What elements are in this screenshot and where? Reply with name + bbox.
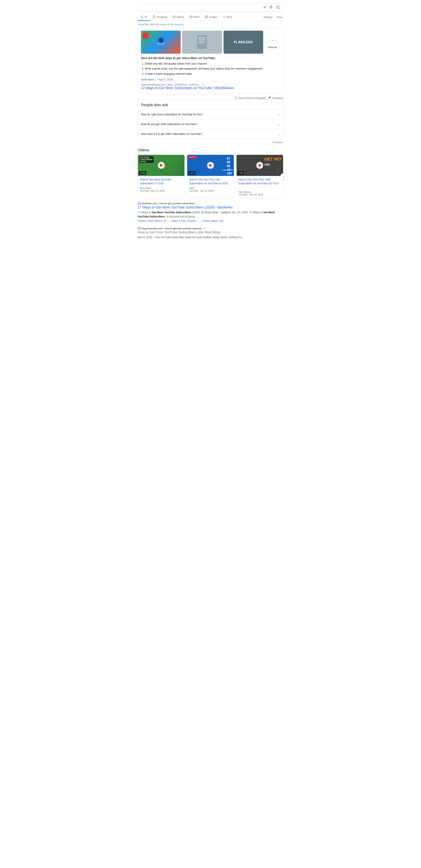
tab-images[interactable]: Images (202, 13, 220, 21)
search-bar-container: how to get more youtube subscribers (138, 0, 283, 13)
paa-title: People also ask (138, 100, 283, 110)
tab-more[interactable]: More (220, 13, 235, 21)
svg-line-8 (142, 18, 143, 18)
url-dropdown-icon[interactable]: ▾ (204, 227, 205, 230)
result-url-hootsuite: blog.hootsuite.com › how-to-get-free-you… (138, 227, 283, 230)
video-card-0[interactable]: GET MORESUBSCRIBERSIN 2020 19:02 How to … (138, 155, 185, 198)
svg-point-17 (224, 17, 225, 17)
videos-next-button[interactable]: › (280, 173, 285, 180)
svg-rect-11 (190, 16, 192, 18)
paa-item-2[interactable]: How hard is it to get 1000 subscribers o… (138, 129, 283, 139)
featured-image-3: FLAWLESS (224, 31, 263, 54)
svg-rect-26 (198, 43, 204, 43)
tab-all[interactable]: All (138, 13, 150, 21)
search-result-backlinko: backlinko.com › how-to-get-youtube-subsc… (138, 202, 283, 222)
url-dropdown-icon[interactable]: ▾ (195, 202, 196, 205)
svg-rect-27 (269, 97, 271, 98)
tab-news[interactable]: News (187, 13, 202, 21)
featured-snippet-title: Here are the best ways to get subscriber… (141, 56, 280, 60)
view-all-button[interactable]: → View all (265, 31, 280, 54)
featured-snippet-date: • Apr 9, 2020 (157, 78, 172, 81)
mic-button[interactable] (269, 5, 273, 9)
result-title-hootsuite[interactable]: How to Get Free YouTube Subscribers (the… (138, 230, 283, 234)
flag-icon (269, 97, 271, 99)
video-title-0[interactable]: How to Get More YouTube Subscribers in 2… (140, 178, 183, 185)
video-card-1[interactable]: HOW TO 979899+1100 14:01 SUBSCRIBERS How… (187, 155, 234, 198)
source-dropdown-icon[interactable]: ▾ (202, 84, 203, 86)
chevron-down-icon: ⌄ (277, 122, 280, 126)
result-sub-links-backlinko: Publish LONG Videos (10 ... · Make a Kil… (138, 219, 283, 222)
result-url-backlinko: backlinko.com › how-to-get-youtube-subsc… (138, 202, 283, 205)
video-duration-2: 7:56 (238, 171, 244, 175)
search-button[interactable] (276, 5, 280, 9)
featured-images: FLAWLESS → View all (141, 31, 280, 54)
featured-snippet-list: Delete any old, low-quality videos from … (141, 62, 280, 76)
video-thumbnail-1: HOW TO 979899+1100 14:01 SUBSCRIBERS (187, 155, 234, 176)
about-snippets-link[interactable]: ? About Featured Snippets (234, 96, 266, 99)
sub-link-0[interactable]: Publish LONG Videos (10 ... (138, 219, 169, 222)
sub-link-2[interactable]: Create Videos That ... (202, 219, 226, 222)
more-items-row: More items... • Apr 9, 2020 (141, 78, 280, 81)
featured-snippet-link[interactable]: 12 Ways to Get More Subscribers on YouTu… (141, 86, 234, 90)
search-icon (140, 15, 143, 19)
svg-point-7 (141, 16, 143, 18)
favicon-backlinko (138, 202, 141, 205)
view-all-circle: → (268, 36, 277, 44)
feedback-link[interactable]: Feedback (269, 97, 283, 99)
play-button-2[interactable] (256, 162, 263, 169)
search-icons (263, 5, 280, 9)
video-title-1[interactable]: How to Get Your First 100 Subscribers on… (189, 178, 232, 185)
svg-rect-20 (157, 43, 165, 44)
svg-point-16 (223, 17, 224, 17)
news-icon (189, 15, 193, 19)
favicon-hootsuite (138, 227, 141, 230)
thumb-numbers: 979899+1100 (227, 157, 232, 175)
result-title-backlinko[interactable]: 17 Ways to Get More YouTube Subscribers … (138, 206, 283, 210)
thumb-label-backlinko: GET MORESUBSCRIBERSIN 2020 (139, 156, 154, 163)
image-icon (205, 15, 208, 19)
svg-line-6 (279, 8, 280, 9)
settings-link[interactable]: Settings (263, 14, 273, 21)
svg-rect-25 (198, 41, 205, 42)
video-info-0: How to Get More YouTube Subscribers in 2… (138, 176, 185, 194)
videos-section: Videos GET MORESUBSCRIBERSIN 2020 19:02 … (138, 148, 283, 198)
list-item: Create a super-engaging channel trailer. (145, 72, 280, 76)
video-thumbnail-2: GET MO'UBS ↑ 7:56 (236, 155, 283, 176)
video-info-2: How to Get Your First 1000 Subscribers o… (236, 176, 283, 198)
video-info-1: How to Get Your First 100 Subscribers on… (187, 176, 234, 194)
result-snippet-hootsuite: Nov 6, 2019 · Your YouTube subscriber co… (138, 235, 283, 239)
video-icon (172, 15, 175, 19)
play-button-0[interactable] (158, 162, 165, 169)
svg-rect-2 (270, 5, 271, 7)
paa-item-1[interactable]: How do you get 1000 subscribers on YouTu… (138, 119, 283, 129)
view-all-label: View all (268, 46, 277, 49)
featured-snippet-box: FLAWLESS → View all Here are the best wa… (138, 27, 283, 93)
nav-tabs: All Shopping Videos News Images More Set… (138, 13, 283, 21)
people-also-ask-box: People also ask How do I get more subscr… (138, 99, 283, 139)
play-triangle-icon (259, 164, 261, 167)
tools-link[interactable]: Tools (276, 14, 283, 21)
play-triangle-icon (209, 164, 212, 167)
search-input[interactable]: how to get more youtube subscribers (141, 5, 263, 9)
videos-section-title: Videos (138, 148, 283, 152)
video-thumbnail-0: GET MORESUBSCRIBERSIN 2020 19:02 (138, 155, 185, 176)
videos-row: GET MORESUBSCRIBERSIN 2020 19:02 How to … (138, 155, 283, 198)
tab-shopping[interactable]: Shopping (150, 13, 170, 21)
clear-button[interactable] (263, 5, 266, 9)
video-meta-0: Brian Dean YouTube - Mar 13, 2018 (140, 187, 183, 192)
tab-videos[interactable]: Videos (170, 13, 187, 21)
video-card-2[interactable]: GET MO'UBS ↑ 7:56 How to Get Your First … (236, 155, 283, 198)
video-title-2[interactable]: How to Get Your First 1000 Subscribers o… (238, 178, 281, 189)
paa-item-0[interactable]: How do I get more subscribers on YouTube… (138, 110, 283, 119)
featured-snippet-source: www.wordstream.com › blog › 2018/02/12 ›… (141, 83, 280, 86)
list-item: Write a great script, use the right equi… (145, 66, 280, 71)
sub-link-1[interactable]: Make a Killer Channel ... (172, 219, 199, 222)
featured-image-2 (182, 31, 222, 54)
paa-feedback: Feedback (138, 140, 283, 145)
result-snippet-backlinko: 17 Ways to Get More YouTube Subscribers … (138, 210, 283, 219)
more-items-link[interactable]: More items... (141, 78, 157, 81)
thumb-yt-logo: HOW TO (188, 156, 197, 158)
play-button-1[interactable] (207, 162, 214, 169)
result-stats: About 982,000,000 results (0.58 seconds) (138, 21, 283, 27)
video-duration-0: 19:02 (139, 171, 146, 175)
